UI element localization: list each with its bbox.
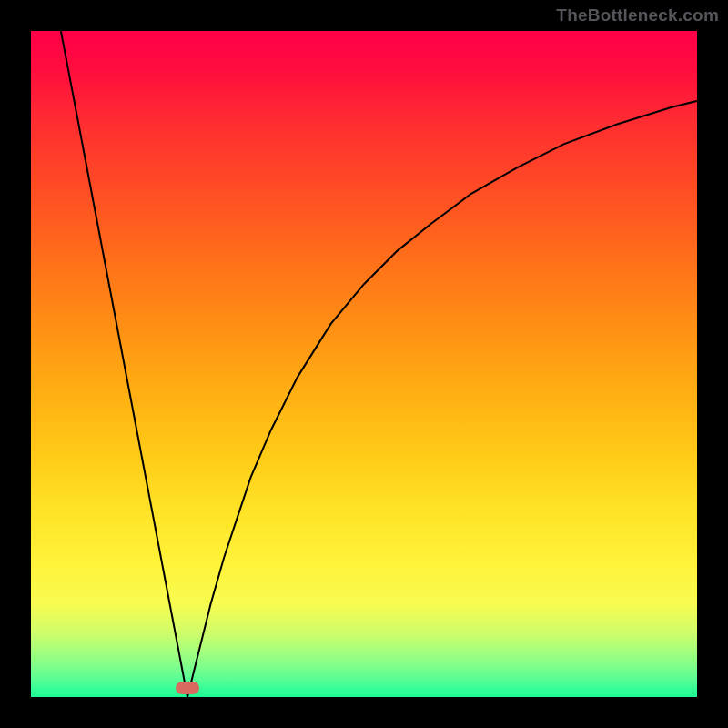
chart-frame: TheBottleneck.com [0,0,728,728]
watermark-text: TheBottleneck.com [556,5,719,25]
curve-left [61,31,187,697]
curve-layer [31,31,697,697]
plot-area [31,31,697,697]
curve-right [187,101,697,697]
minimum-marker [176,682,199,694]
